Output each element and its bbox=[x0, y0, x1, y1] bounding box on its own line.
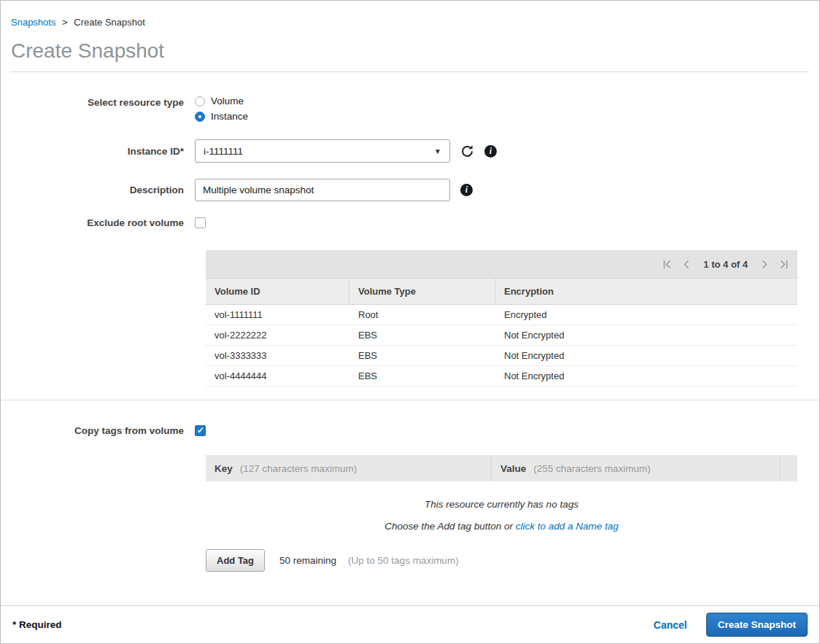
cell-volume-type: Root bbox=[349, 309, 495, 320]
instance-id-select[interactable]: i-1111111 ▼ bbox=[195, 139, 450, 163]
radio-icon-volume bbox=[195, 96, 205, 106]
exclude-root-row: Exclude root volume bbox=[1, 217, 819, 228]
tags-value-label: Value bbox=[500, 463, 526, 474]
cell-volume-id: vol-2222222 bbox=[206, 330, 349, 341]
cell-volume-id: vol-4444444 bbox=[206, 371, 349, 381]
exclude-root-label: Exclude root volume bbox=[1, 217, 195, 228]
table-row: vol-3333333 EBS Not Encrypted bbox=[206, 346, 797, 366]
description-row: Description i bbox=[1, 179, 819, 201]
copy-tags-label: Copy tags from volume bbox=[1, 425, 195, 436]
instance-id-label: Instance ID* bbox=[1, 146, 195, 157]
required-note: * Required bbox=[12, 619, 62, 630]
volumes-table-header: Volume ID Volume Type Encryption bbox=[206, 278, 797, 305]
radio-label-instance: Instance bbox=[211, 111, 248, 122]
tags-value-header-cell: Value (255 characters maximum) bbox=[492, 455, 780, 481]
table-row: vol-1111111 Root Encrypted bbox=[206, 305, 797, 325]
tags-hint-prefix: Choose the Add tag button or bbox=[384, 521, 516, 532]
cancel-button[interactable]: Cancel bbox=[654, 619, 687, 631]
pagination-last-icon[interactable] bbox=[779, 260, 789, 269]
copy-tags-row: Copy tags from volume bbox=[1, 425, 819, 436]
copy-tags-checkbox[interactable] bbox=[195, 425, 206, 436]
page-title: Create Snapshot bbox=[11, 39, 809, 63]
instance-id-row: Instance ID* i-1111111 ▼ i bbox=[1, 139, 819, 163]
instance-id-value: i-1111111 bbox=[204, 146, 243, 157]
breadcrumb-snapshots-link[interactable]: Snapshots bbox=[11, 17, 55, 28]
pagination-next-icon[interactable] bbox=[759, 260, 769, 269]
pagination-range-text: 1 to 4 of 4 bbox=[703, 259, 748, 270]
tags-remaining-text: 50 remaining bbox=[279, 555, 336, 566]
tags-header-spacer bbox=[780, 455, 797, 481]
exclude-root-checkbox[interactable] bbox=[195, 217, 206, 228]
breadcrumb-current: Create Snapshot bbox=[74, 17, 145, 28]
cell-encryption: Encrypted bbox=[495, 309, 797, 320]
column-header-encryption: Encryption bbox=[495, 279, 797, 304]
add-name-tag-link[interactable]: click to add a Name tag bbox=[516, 521, 619, 532]
tags-key-label: Key bbox=[214, 463, 233, 474]
tags-hint-line: Choose the Add tag button or click to ad… bbox=[206, 521, 797, 532]
tags-key-header-cell: Key (127 characters maximum) bbox=[206, 455, 492, 481]
cell-volume-type: EBS bbox=[349, 330, 495, 341]
resource-type-row: Select resource type Volume Instance bbox=[1, 96, 819, 122]
tags-table: Key (127 characters maximum) Value (255 … bbox=[206, 455, 797, 532]
radio-option-instance[interactable]: Instance bbox=[195, 111, 248, 122]
cell-encryption: Not Encrypted bbox=[495, 330, 797, 341]
cell-volume-type: EBS bbox=[349, 371, 495, 381]
resource-type-radio-group: Volume Instance bbox=[195, 96, 248, 122]
radio-label-volume: Volume bbox=[211, 96, 244, 106]
title-divider bbox=[11, 71, 809, 72]
resource-type-label: Select resource type bbox=[1, 96, 195, 108]
radio-icon-instance bbox=[195, 112, 205, 122]
tags-key-hint: (127 characters maximum) bbox=[240, 463, 357, 474]
breadcrumb: Snapshots > Create Snapshot bbox=[1, 1, 819, 28]
tags-table-header: Key (127 characters maximum) Value (255 … bbox=[206, 455, 797, 481]
volumes-table: 1 to 4 of 4 Volume ID Volume Type Encryp… bbox=[206, 250, 797, 387]
description-label: Description bbox=[1, 185, 195, 195]
tags-empty-text: This resource currently has no tags bbox=[206, 499, 797, 510]
refresh-icon[interactable] bbox=[460, 144, 474, 158]
pagination-prev-icon[interactable] bbox=[682, 260, 692, 269]
cell-volume-id: vol-1111111 bbox=[206, 309, 349, 320]
breadcrumb-separator: > bbox=[62, 17, 68, 28]
cell-encryption: Not Encrypted bbox=[495, 350, 797, 361]
column-header-volume-type: Volume Type bbox=[349, 279, 495, 304]
instance-info-icon[interactable]: i bbox=[484, 145, 497, 158]
chevron-down-icon: ▼ bbox=[434, 147, 441, 155]
create-snapshot-page: Snapshots > Create Snapshot Create Snaps… bbox=[0, 0, 820, 644]
tags-max-hint: (Up to 50 tags maximum) bbox=[348, 555, 459, 566]
create-snapshot-button[interactable]: Create Snapshot bbox=[706, 613, 808, 637]
column-header-volume-id: Volume ID bbox=[206, 279, 349, 304]
add-tag-row: Add Tag 50 remaining (Up to 50 tags maxi… bbox=[206, 549, 797, 572]
cell-volume-id: vol-3333333 bbox=[206, 350, 349, 361]
table-row: vol-4444444 EBS Not Encrypted bbox=[206, 366, 797, 387]
tags-value-hint: (255 characters maximum) bbox=[533, 463, 651, 474]
table-pagination: 1 to 4 of 4 bbox=[206, 250, 797, 278]
pagination-first-icon[interactable] bbox=[662, 260, 672, 269]
add-tag-button[interactable]: Add Tag bbox=[206, 549, 265, 572]
description-info-icon[interactable]: i bbox=[460, 184, 473, 196]
section-divider bbox=[1, 400, 819, 400]
footer-bar: * Required Cancel Create Snapshot bbox=[1, 605, 819, 643]
table-row: vol-2222222 EBS Not Encrypted bbox=[206, 325, 797, 346]
description-input[interactable] bbox=[195, 179, 450, 201]
radio-option-volume[interactable]: Volume bbox=[195, 96, 248, 106]
cell-encryption: Not Encrypted bbox=[495, 371, 797, 381]
cell-volume-type: EBS bbox=[349, 350, 495, 361]
